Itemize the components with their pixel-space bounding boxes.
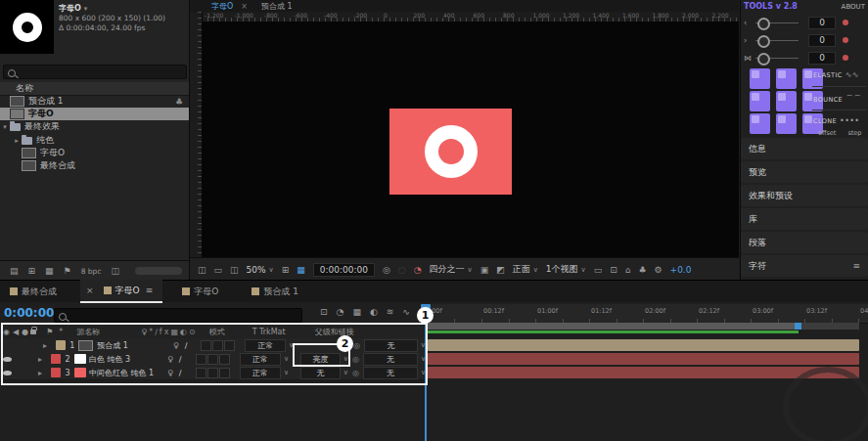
record-dot-icon[interactable] [843, 37, 848, 43]
project-settings-icon[interactable]: ⚑ [64, 266, 71, 276]
slider-track[interactable] [755, 40, 799, 41]
preview-timecode[interactable]: 0:00:00:00 [313, 263, 375, 277]
exposure-value[interactable]: +0.0 [670, 265, 692, 275]
slider-value[interactable]: 0 [808, 52, 836, 65]
new-composition-icon[interactable]: ▦ [45, 266, 54, 276]
record-dot-icon[interactable] [843, 55, 848, 61]
tab-comp[interactable]: 预合成 1 [261, 1, 293, 12]
layer-bar-red-solid[interactable] [428, 367, 859, 378]
anchor-grid-cell[interactable] [750, 91, 770, 111]
flowchart-icon[interactable]: ♣ [175, 97, 183, 107]
anchor-grid-cell[interactable] [776, 68, 797, 89]
red-solid-layer[interactable] [389, 109, 512, 195]
step-button[interactable]: step [847, 129, 861, 137]
anchor-grid-cell[interactable] [776, 113, 797, 134]
horizontal-scrollbar[interactable] [135, 267, 182, 275]
about-button[interactable]: ABOUT [842, 3, 865, 11]
slider-knob[interactable] [757, 53, 770, 66]
timeline-search-input[interactable] [54, 308, 302, 323]
slider-knob[interactable] [757, 18, 770, 30]
project-item[interactable]: 预合成 1 ♣ [0, 95, 189, 108]
tab-comp-active[interactable]: 字母O [211, 1, 233, 12]
menu-icon[interactable]: ≡ [852, 261, 860, 271]
layer-bar-precomp[interactable] [428, 339, 859, 351]
slider-knob[interactable] [757, 35, 770, 48]
anchor-grid-cell[interactable] [750, 68, 770, 89]
offset-button[interactable]: offset [818, 129, 836, 137]
show-channels-icon[interactable]: ◔ [414, 265, 422, 275]
new-folder-icon[interactable]: ⊞ [28, 266, 36, 276]
hide-shy-icon[interactable]: ▦ [352, 307, 361, 317]
project-item[interactable]: 最终合成 [0, 159, 189, 172]
snapshot-layout-icon[interactable]: ◫ [198, 265, 206, 275]
slider-track[interactable] [755, 58, 799, 59]
panel-effects-presets[interactable]: 效果和预设 [741, 185, 868, 206]
timeline-tab[interactable]: 最终合成 [0, 281, 67, 302]
expand-open-icon[interactable]: ▾ [0, 123, 10, 131]
bowtie-icon[interactable]: ⋈ [744, 54, 754, 63]
timeline-tab[interactable]: 字母O [172, 281, 228, 302]
resolution-dropdown[interactable]: 四分之一 [430, 263, 465, 276]
layer-bar-white-solid[interactable] [428, 353, 859, 365]
panel-label: 段落 [749, 237, 766, 249]
comp-mini-flowchart-icon[interactable]: ⊡ [320, 307, 328, 317]
elastic-button[interactable]: ELASTIC ∿∿ [813, 70, 866, 79]
gear-icon[interactable]: ⚙ [655, 265, 662, 275]
slider-track[interactable] [755, 22, 799, 23]
right-arrow-icon[interactable]: › [744, 36, 754, 45]
timeline-tab-active[interactable]: × 字母O ≡ [80, 280, 162, 303]
timeline-ruler[interactable]: :00f00:12f01:00f01:12f02:00f02:12f03:00f… [428, 304, 868, 324]
draft-3d-icon[interactable]: ◔ [337, 307, 344, 317]
fast-previews-icon[interactable]: ⊡ [610, 265, 617, 275]
flowchart-icon[interactable]: ♣ [638, 265, 646, 275]
panel-preview[interactable]: 预览 [741, 161, 868, 183]
region-of-interest-icon[interactable]: ▣ [480, 265, 489, 275]
anchor-grid-cell[interactable] [750, 113, 770, 134]
transparency-grid-icon[interactable]: ◩ [496, 265, 505, 275]
view-layout-dropdown[interactable]: 1个视图 [546, 263, 578, 276]
panel-info[interactable]: 信息 [741, 138, 868, 159]
project-name-column-header[interactable]: 名称 [0, 82, 189, 96]
work-area-end-handle[interactable] [795, 323, 801, 330]
bounce-button[interactable]: BOUNCE ⌒⌒ [813, 94, 866, 105]
timeline-tab[interactable]: 预合成 1 [242, 281, 308, 302]
project-item[interactable]: ▾ 最终效果 [0, 120, 189, 133]
frame-blend-icon[interactable]: ◐ [370, 307, 378, 317]
menu-icon[interactable]: ≡ [146, 286, 154, 295]
snapshot-camera-icon[interactable]: ◎ [383, 265, 390, 275]
view-dropdown[interactable]: 正面 [513, 263, 530, 276]
composition-title[interactable]: 字母O [59, 3, 81, 14]
bit-depth-button[interactable]: 8 bpc [81, 267, 102, 276]
slider-value[interactable]: 0 [808, 17, 836, 29]
clone-button[interactable]: CLONE •••• [813, 116, 866, 125]
pixel-aspect-icon[interactable]: ▭ [594, 265, 603, 275]
mask-visibility-icon[interactable]: ▦ [297, 265, 305, 275]
render-cache-bar [428, 331, 799, 333]
project-search-input[interactable] [3, 65, 187, 79]
expand-icon[interactable]: ▸ [12, 137, 22, 145]
project-item-selected[interactable]: 字母O [0, 108, 189, 120]
panel-character[interactable]: 字符 ≡ [741, 255, 868, 277]
close-icon[interactable]: × [241, 2, 248, 11]
timeline-nav-icon[interactable]: ⌂ [625, 265, 631, 275]
zoom-level-dropdown[interactable]: 50% [247, 265, 266, 275]
project-item[interactable]: 字母O [0, 147, 189, 159]
monitor-icon[interactable]: ▭ [214, 265, 223, 275]
show-snapshot-icon[interactable]: ◌ [398, 265, 406, 275]
close-icon[interactable]: × [86, 286, 94, 295]
left-arrow-icon[interactable]: ‹ [744, 19, 754, 27]
motion-blur-icon[interactable]: ≋ [387, 307, 394, 317]
anchor-grid-cell[interactable] [776, 91, 797, 111]
trash-icon[interactable]: ◫ [111, 266, 119, 276]
composition-viewport[interactable] [202, 22, 739, 257]
panel-libraries[interactable]: 库 [741, 208, 868, 230]
graph-editor-icon[interactable]: ∿ [402, 307, 410, 317]
project-item[interactable]: ▸ 纯色 [0, 134, 189, 147]
record-dot-icon[interactable] [843, 20, 848, 25]
slider-value[interactable]: 0 [808, 34, 836, 47]
grid-guides-icon[interactable]: ⊞ [282, 265, 290, 275]
magnification-icon[interactable]: ◫ [230, 265, 239, 275]
caret-down-icon[interactable]: ▾ [84, 5, 88, 13]
panel-paragraph[interactable]: 段落 [741, 232, 868, 253]
interpret-footage-icon[interactable]: ▤ [10, 266, 19, 276]
